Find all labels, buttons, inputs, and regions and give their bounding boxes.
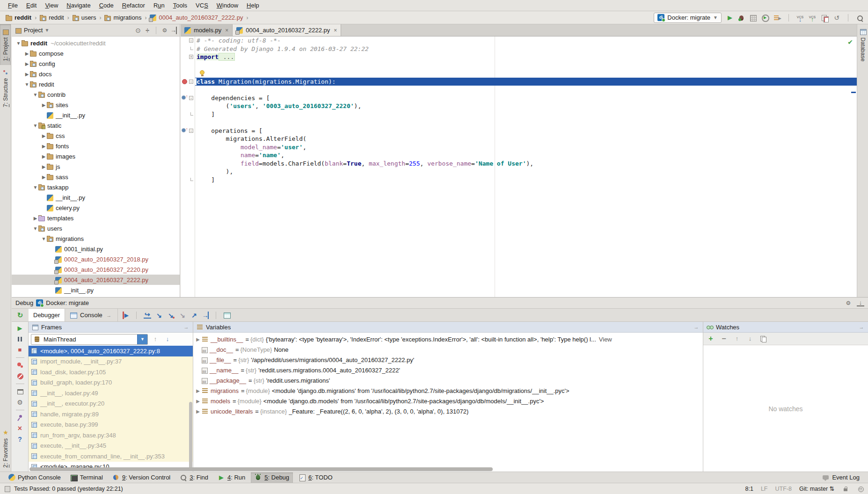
mute-breakpoints-icon[interactable] [16, 372, 24, 380]
pin-icon[interactable] [16, 414, 24, 421]
project-panel-title[interactable]: Project [24, 27, 43, 34]
tree-chevron-icon[interactable]: ▶ [24, 51, 30, 56]
gear-small-icon[interactable] [845, 299, 852, 307]
code-area[interactable]: # -*- coding: utf-8 -*-# Generated by Dj… [195, 36, 857, 297]
frame-row[interactable]: <module>, 0004_auto_20160327_2222.py:8 [29, 346, 193, 356]
menu-code[interactable]: Code [95, 1, 118, 10]
breadcrumb-item[interactable]: reddit [38, 14, 66, 22]
tree-chevron-icon[interactable]: ▼ [32, 185, 38, 190]
frame-row[interactable]: handle, migrate.py:89 [29, 409, 193, 420]
variable-row[interactable]: __name__={str}'reddit.users.migrations.0… [193, 365, 703, 375]
tree-item-fonts[interactable]: ▶fonts [12, 141, 180, 151]
variable-row[interactable]: __file__={str}'/app/reddit/users/migrati… [193, 355, 703, 365]
tree-chevron-icon[interactable]: ▼ [24, 82, 30, 87]
toolwindow-button-pythonconsole[interactable]: Python Console [5, 472, 65, 483]
status-item-8-1[interactable]: 8:1 [745, 486, 753, 492]
tree-item-static[interactable]: ▼static [12, 120, 180, 131]
view-link[interactable]: View [599, 336, 612, 343]
override-marker-icon[interactable] [182, 128, 186, 132]
float-panel-icon[interactable] [182, 323, 190, 331]
editor-tab-0004-auto-20160327-2222-py[interactable]: 0004_auto_20160327_2222.py× [233, 24, 341, 36]
toolwindow-button-todo[interactable]: 6: TODO [295, 472, 336, 483]
tree-chevron-icon[interactable]: ▶ [24, 61, 30, 66]
frame-row[interactable]: __init__, executor.py:20 [29, 399, 193, 409]
tree-item--init-py[interactable]: __init__.py [12, 285, 180, 295]
run-configuration-selector[interactable]: dj Docker: migrate ▼ [654, 13, 722, 23]
editor-gutter[interactable]: -+--- [181, 36, 195, 297]
menu-vcs[interactable]: VCS [191, 1, 212, 10]
stripe-button-favorites[interactable]: 2: Favorites [0, 425, 11, 472]
tree-item-sites[interactable]: ▶sites [12, 100, 180, 110]
tree-item-0003-auto-20160327-2220-py[interactable]: 0003_auto_20160327_2220.py [12, 264, 180, 275]
debug-horizontal-scrollbar[interactable] [29, 467, 493, 471]
fold-marker-icon[interactable] [190, 47, 193, 50]
tree-chevron-icon[interactable]: ▶ [41, 102, 47, 108]
breadcrumb-item[interactable]: users [71, 14, 98, 22]
variable-expand-icon[interactable]: ▶ [195, 399, 201, 404]
tree-item--init-py[interactable]: __init__.py [12, 110, 180, 120]
search-icon[interactable] [856, 14, 864, 22]
bug-icon[interactable] [738, 14, 744, 21]
resume-icon[interactable] [16, 325, 24, 332]
stripe-button-structure[interactable]: 7: Structure [0, 65, 11, 111]
frame-row[interactable]: execute, __init__.py:345 [29, 441, 193, 451]
step-over-icon[interactable] [144, 312, 151, 319]
frames-scrollbar[interactable] [189, 402, 192, 470]
hector-icon[interactable] [857, 485, 864, 493]
fold-marker-icon[interactable]: - [189, 96, 193, 100]
coverage-icon[interactable] [749, 14, 757, 22]
frame-row[interactable]: import_module, __init__.py:37 [29, 356, 193, 367]
tree-item--init-py[interactable]: __init__.py [12, 192, 180, 203]
close-icon[interactable] [16, 425, 24, 432]
hide-icon[interactable] [170, 27, 177, 34]
breakpoint-icon[interactable] [182, 79, 187, 84]
variable-row[interactable]: ▶unicode_literals={instance}_Feature: _F… [193, 406, 703, 416]
stop-icon[interactable] [16, 346, 24, 354]
remove-icon[interactable] [720, 335, 728, 342]
frame-row[interactable]: build_graph, loader.py:170 [29, 378, 193, 388]
stripe-button-project[interactable]: 1: Project [0, 24, 11, 65]
close-icon[interactable]: × [334, 27, 337, 34]
fold-marker-icon[interactable]: - [189, 129, 193, 133]
override-marker-icon[interactable] [182, 95, 186, 100]
tree-item-celery-py[interactable]: celery.py [12, 203, 180, 213]
variable-row[interactable]: ▶migrations={module}<module 'django.db.m… [193, 385, 703, 396]
intention-bulb-icon[interactable] [200, 70, 204, 75]
tree-item-reddit[interactable]: ▼reddit [12, 79, 180, 89]
menu-view[interactable]: View [41, 1, 62, 10]
variable-row[interactable]: __doc__={NoneType}None [193, 344, 703, 355]
status-item-utf-8[interactable]: UTF-8 [775, 486, 792, 492]
tree-item-config[interactable]: ▶config [12, 58, 180, 69]
thread-selector[interactable]: MainThread ▼ [31, 334, 148, 345]
frame-row[interactable]: run_from_argv, base.py:348 [29, 430, 193, 441]
inspections-ok-icon[interactable] [846, 38, 854, 46]
menu-file[interactable]: File [4, 1, 22, 10]
add-icon[interactable] [707, 335, 715, 342]
diff-icon[interactable] [821, 14, 828, 22]
tree-item-users[interactable]: ▼users [12, 223, 180, 233]
tree-chevron-icon[interactable]: ▶ [24, 72, 30, 77]
hide-down-icon[interactable] [857, 300, 864, 306]
tree-item-templates[interactable]: ▶templates [12, 213, 180, 223]
tree-item-docs[interactable]: ▶docs [12, 69, 180, 79]
menu-navigate[interactable]: Navigate [62, 1, 95, 10]
menu-tools[interactable]: Tools [169, 1, 191, 10]
tree-chevron-icon[interactable]: ▶ [41, 164, 47, 169]
toolwindow-button-find[interactable]: 3: Find [176, 472, 212, 483]
tree-chevron-icon[interactable]: ▼ [32, 92, 38, 97]
tree-item-0002-auto-20160327-2018-py[interactable]: 0002_auto_20160327_2018.py [12, 254, 180, 264]
profiler-icon[interactable] [761, 14, 769, 22]
debug-tab-console[interactable]: Console [65, 309, 118, 321]
toolwindow-button-versioncontrol[interactable]: 9: Version Control [109, 472, 174, 483]
toolwindow-button-eventlog[interactable]: Event Log [818, 472, 863, 483]
tree-item-migrations[interactable]: ▼migrations [12, 233, 180, 244]
menu-window[interactable]: Window [212, 1, 242, 10]
float-panel-icon[interactable] [693, 323, 700, 331]
stripe-button-database[interactable]: Database [857, 24, 868, 65]
tree-item-js[interactable]: ▶js [12, 161, 180, 172]
restore-layout-icon[interactable] [16, 388, 24, 395]
debug-tab-debugger[interactable]: Debugger [29, 309, 65, 321]
status-item-git-master[interactable]: Git: master ⇅ [799, 485, 834, 492]
tree-chevron-icon[interactable]: ▼ [15, 41, 22, 46]
lock-icon[interactable] [842, 485, 849, 493]
